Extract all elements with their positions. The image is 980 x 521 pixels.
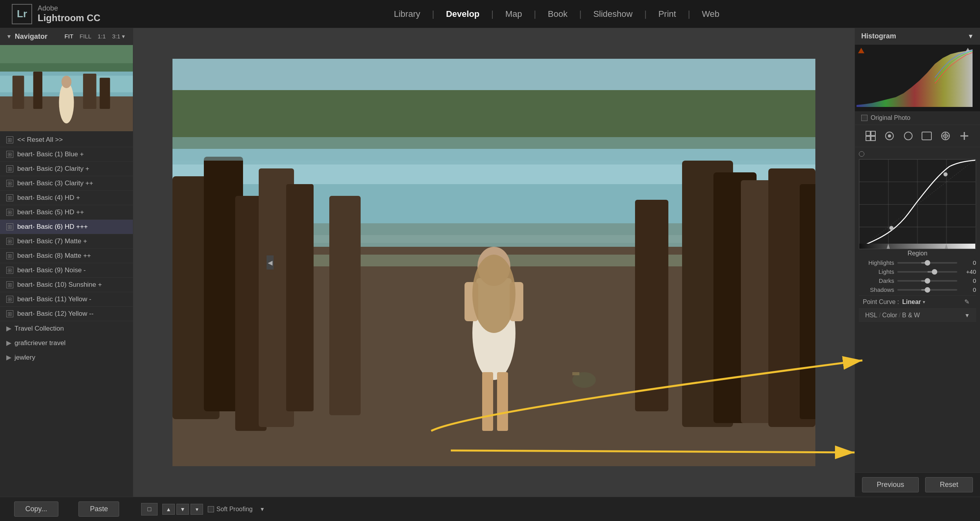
view-mode-button[interactable]: □	[141, 503, 158, 516]
point-curve-edit-icon[interactable]: ✎	[964, 298, 972, 306]
hsl-expand-icon[interactable]: ▼	[964, 312, 970, 318]
nav-print[interactable]: Print	[654, 7, 680, 22]
hsl-row: HSL / Color / B & W ▼	[859, 308, 976, 322]
color-tab[interactable]: Color	[882, 312, 897, 319]
gradient-icon[interactable]	[938, 129, 953, 143]
group-expand-icon: ▶	[6, 353, 11, 362]
reset-button[interactable]: Reset	[925, 477, 973, 492]
preset-yellow-minusminus[interactable]: beart- Basic (12) Yellow --	[0, 307, 133, 321]
group-expand-icon: ▶	[6, 324, 11, 333]
darks-slider[interactable]	[897, 280, 957, 282]
nav-map[interactable]: Map	[501, 7, 526, 22]
svg-point-68	[944, 172, 947, 176]
logo-area: Lr Adobe Lightroom CC	[0, 4, 133, 24]
preset-blue-plus[interactable]: beart- Basic (1) Blue +	[0, 147, 133, 162]
svg-rect-1	[0, 45, 133, 63]
nav-library[interactable]: Library	[390, 7, 424, 22]
histogram-svg	[857, 46, 978, 110]
soft-proofing-label: Soft Proofing	[216, 506, 253, 513]
svg-rect-32	[635, 200, 668, 411]
highlights-value: 0	[960, 259, 976, 266]
nav-fit[interactable]: FIT	[63, 32, 75, 41]
lights-slider-row: Lights +40	[859, 268, 976, 275]
highlights-slider-row: Highlights 0	[859, 259, 976, 266]
nav-book[interactable]: Book	[544, 7, 572, 22]
nav-1to1[interactable]: 1:1	[96, 32, 107, 41]
nav-fill[interactable]: FILL	[78, 32, 93, 41]
minus-icon[interactable]	[957, 129, 971, 143]
tone-curve-graph[interactable]	[859, 159, 976, 249]
svg-rect-8	[100, 78, 110, 109]
left-panel-toggle[interactable]: ◀	[267, 255, 274, 270]
preset-sunshine-plus[interactable]: beart- Basic (10) Sunshine +	[0, 278, 133, 292]
grid-tool-icon[interactable]	[864, 129, 878, 143]
nav-develop[interactable]: Develop	[442, 7, 484, 22]
soft-proofing-checkbox[interactable]	[208, 506, 214, 512]
group-expand-icon: ▶	[6, 339, 11, 347]
preset-icon	[6, 136, 13, 143]
tone-curve-sliders: Highlights 0 Lights +40 Dark	[859, 259, 976, 293]
preset-group-travel[interactable]: ▶ Travel Collection	[0, 321, 133, 336]
tool-icons-row	[855, 125, 980, 147]
svg-rect-49	[871, 136, 875, 141]
svg-point-67	[889, 226, 893, 230]
region-label: Region	[859, 250, 976, 257]
preset-hd-plusplusplus[interactable]: beart- Basic (6) HD +++	[0, 220, 133, 234]
lights-slider[interactable]	[897, 271, 957, 273]
navigator-title: Navigator	[15, 33, 63, 41]
right-bottom-buttons: Previous Reset	[855, 472, 980, 497]
svg-rect-41	[172, 137, 815, 161]
histogram-triangle[interactable]: ▼	[967, 33, 974, 40]
soft-proofing-dropdown[interactable]: ▾	[261, 505, 264, 513]
main-layout: ▼ Navigator FIT FILL 1:1 3:1 ▾	[0, 28, 980, 497]
preset-hd-plus[interactable]: beart- Basic (4) HD +	[0, 191, 133, 205]
copy-button[interactable]: Copy...	[14, 501, 59, 517]
redeye-icon[interactable]	[920, 129, 934, 143]
svg-marker-44	[858, 48, 864, 53]
vendor-name: Adobe	[38, 4, 100, 13]
original-photo-checkbox[interactable]	[861, 115, 867, 121]
previous-button[interactable]: Previous	[862, 477, 918, 492]
svg-rect-30	[800, 184, 815, 419]
view-mode-icon: □	[147, 506, 151, 513]
bw-tab[interactable]: B & W	[902, 312, 920, 319]
preset-icon	[6, 281, 13, 288]
paste-button[interactable]: Paste	[78, 501, 119, 517]
nav-3to1[interactable]: 3:1 ▾	[111, 32, 127, 41]
preset-clarity-plus[interactable]: beart- Basic (2) Clarity +	[0, 162, 133, 176]
preset-reset-all[interactable]: << Reset All >>	[0, 133, 133, 147]
flag-buttons: ▲ ▼ ▾	[162, 504, 203, 515]
highlights-slider[interactable]	[897, 262, 957, 264]
hsl-tab[interactable]: HSL	[865, 312, 877, 319]
flag-dropdown[interactable]: ▾	[191, 504, 203, 515]
point-curve-dropdown[interactable]: ▾	[923, 299, 928, 305]
flag-down-button[interactable]: ▼	[176, 504, 189, 515]
bottom-center: □ ▲ ▼ ▾ Soft Proofing ▾	[133, 503, 855, 516]
svg-rect-25	[286, 184, 314, 411]
preset-matte-plusplus[interactable]: beart- Basic (8) Matte ++	[0, 249, 133, 263]
svg-rect-5	[13, 76, 24, 109]
flag-up-button[interactable]: ▲	[162, 504, 175, 515]
nav-slideshow[interactable]: Slideshow	[589, 7, 636, 22]
preset-yellow-minus[interactable]: beart- Basic (11) Yellow -	[0, 292, 133, 307]
point-curve-row: Point Curve : Linear ▾ ✎	[859, 295, 976, 308]
preset-matte-plus[interactable]: beart- Basic (7) Matte +	[0, 234, 133, 249]
svg-point-52	[904, 132, 912, 140]
svg-rect-39	[482, 372, 493, 431]
shadows-slider[interactable]	[897, 289, 957, 291]
app-logo: Lr	[12, 4, 32, 24]
preset-icon	[6, 194, 13, 201]
svg-rect-31	[329, 196, 361, 415]
preset-group-graficriever[interactable]: ▶ graficriever travel	[0, 336, 133, 350]
point-curve-value: Linear	[902, 298, 921, 306]
preset-clarity-plusplus[interactable]: beart- Basic (3) Clarity ++	[0, 176, 133, 191]
spot-heal-icon[interactable]	[901, 129, 915, 143]
histogram-title: Histogram	[861, 32, 896, 40]
navigator-collapse-icon[interactable]: ▼	[6, 33, 12, 40]
preset-hd-plusplus[interactable]: beart- Basic (5) HD ++	[0, 205, 133, 220]
nav-web[interactable]: Web	[698, 7, 723, 22]
preset-icon	[6, 180, 13, 187]
preset-group-jewlery[interactable]: ▶ jewlery	[0, 350, 133, 365]
crop-tool-icon[interactable]	[882, 129, 897, 143]
preset-noise-minus[interactable]: beart- Basic (9) Noise -	[0, 263, 133, 278]
